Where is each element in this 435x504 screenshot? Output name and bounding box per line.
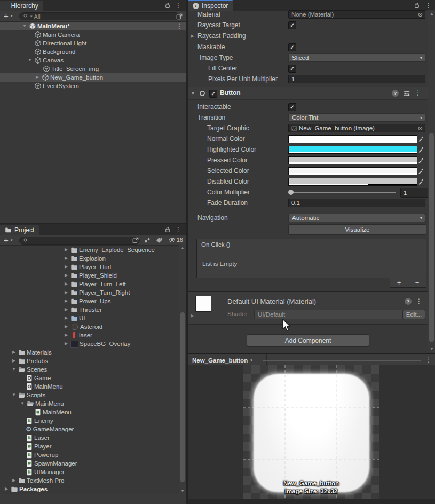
scroll-down-icon[interactable]: ▼ xyxy=(428,346,435,351)
foldout-open-icon[interactable]: ▼ xyxy=(191,91,195,96)
project-row[interactable]: MainMenu xyxy=(0,408,186,416)
hidden-packages-icon[interactable] xyxy=(168,236,176,245)
color-multiplier-slider[interactable] xyxy=(289,192,396,193)
eyedropper-icon[interactable] xyxy=(417,167,425,175)
kebab-menu-icon[interactable]: ⋮ xyxy=(425,357,432,363)
foldout-closed-icon[interactable]: ▶ xyxy=(63,331,69,340)
foldout-closed-icon[interactable]: ▶ xyxy=(11,348,17,357)
pick-window-icon[interactable] xyxy=(175,12,184,21)
material-thumbnail[interactable] xyxy=(195,296,211,312)
project-row[interactable]: ▶Explosion xyxy=(0,254,186,263)
button-component-header[interactable]: ▼ ✓ Button ? ⋮ xyxy=(188,87,428,100)
create-button[interactable]: + xyxy=(4,235,9,245)
kebab-menu-icon[interactable]: ⋮ xyxy=(174,1,183,10)
hierarchy-row[interactable]: Main Camera xyxy=(0,30,186,39)
project-row[interactable]: ▶SpaceBG_Overlay xyxy=(0,340,186,348)
project-row[interactable]: Laser xyxy=(0,434,186,442)
foldout-closed-icon[interactable]: ▶ xyxy=(63,254,69,263)
foldout-closed-icon[interactable]: ▶ xyxy=(63,280,69,288)
scroll-up-icon[interactable]: ▲ xyxy=(428,11,435,16)
eyedropper-icon[interactable] xyxy=(417,177,425,185)
foldout-closed-icon[interactable]: ▶ xyxy=(63,322,69,331)
create-dropdown-icon[interactable]: ▾ xyxy=(11,238,13,242)
foldout-closed-icon[interactable]: ▶ xyxy=(63,305,69,314)
project-row[interactable]: Game xyxy=(0,374,186,382)
foldout-closed-icon[interactable]: ▶ xyxy=(34,73,41,82)
project-row[interactable]: ▶Packages xyxy=(0,485,186,493)
pick-window-icon[interactable] xyxy=(131,236,140,245)
target-graphic-object-field[interactable]: New_Game_button (Image) ⊙ xyxy=(288,124,425,132)
foldout-open-icon[interactable]: ▼ xyxy=(11,391,17,399)
search-by-type-icon[interactable] xyxy=(143,236,152,245)
foldout-closed-icon[interactable]: ▶ xyxy=(63,246,69,254)
foldout-closed-icon[interactable]: ▶ xyxy=(63,288,69,297)
hierarchy-row[interactable]: ▼ Canvas xyxy=(0,56,186,65)
scene-kebab-icon[interactable]: ⋮ xyxy=(176,22,183,30)
hierarchy-row[interactable]: EventSystem xyxy=(0,82,186,90)
on-click-header[interactable]: On Click () xyxy=(197,239,426,250)
project-row[interactable]: ▶Thruster xyxy=(0,305,186,314)
scrollbar-thumb[interactable] xyxy=(429,133,434,342)
foldout-closed-icon[interactable]: ▶ xyxy=(63,271,69,280)
tab-inspector[interactable]: i Inspector xyxy=(188,0,233,11)
project-row[interactable]: ▶laser xyxy=(0,331,186,340)
maskable-checkbox[interactable]: ✓ xyxy=(288,43,296,51)
eyedropper-icon[interactable] xyxy=(417,135,425,143)
hierarchy-search-input[interactable]: ▾ All xyxy=(19,12,179,20)
image-type-dropdown[interactable]: Sliced ▾ xyxy=(288,53,425,62)
add-list-item-button[interactable]: + xyxy=(390,278,408,287)
lock-icon[interactable] xyxy=(163,1,172,10)
transition-dropdown[interactable]: Color Tint ▾ xyxy=(288,113,425,122)
shader-edit-button[interactable]: Edit... xyxy=(402,310,425,319)
lock-icon[interactable] xyxy=(163,225,172,234)
raycast-target-checkbox[interactable]: ✓ xyxy=(288,21,296,29)
foldout-closed-icon[interactable]: ▶ xyxy=(63,297,69,305)
material-object-field[interactable]: None (Material) ⊙ xyxy=(288,10,425,19)
project-row[interactable]: ▶Materials xyxy=(0,348,186,357)
project-row[interactable]: Powerup xyxy=(0,451,186,459)
selected-color-swatch[interactable] xyxy=(288,167,417,175)
project-row[interactable]: ▶Player_Shield xyxy=(0,271,186,280)
lock-icon[interactable] xyxy=(413,1,421,10)
hierarchy-row[interactable]: Directional Light xyxy=(0,39,186,48)
project-row[interactable]: ▶Player_Turn_Right xyxy=(0,288,186,297)
preview-target-dropdown[interactable]: New_Game_button ▾ xyxy=(188,354,267,366)
eyedropper-icon[interactable] xyxy=(417,145,425,153)
project-row[interactable]: Player xyxy=(0,442,186,451)
scrollbar-thumb[interactable] xyxy=(180,312,185,482)
normal-color-swatch[interactable] xyxy=(288,135,417,143)
kebab-menu-icon[interactable]: ⋮ xyxy=(415,90,421,96)
project-row[interactable]: ▶Prefabs xyxy=(0,357,186,365)
search-filter-caret-icon[interactable]: ▾ xyxy=(30,14,33,19)
slider-knob[interactable] xyxy=(288,190,294,195)
hierarchy-row-scene[interactable]: ▼ MainMenu* ⋮ xyxy=(0,22,186,30)
project-row[interactable]: ▶Asteroid xyxy=(0,322,186,331)
project-row[interactable]: MainMenu xyxy=(0,382,186,391)
project-row[interactable]: ▼Scenes xyxy=(0,365,186,374)
visualize-button[interactable]: Visualize xyxy=(288,224,426,235)
project-row[interactable]: ▶Player_Hurt xyxy=(0,263,186,271)
foldout-closed-icon[interactable]: ▶ xyxy=(191,313,194,318)
foldout-closed-icon[interactable]: ▶ xyxy=(3,485,10,493)
foldout-closed-icon[interactable]: ▶ xyxy=(11,357,17,365)
search-by-label-icon[interactable] xyxy=(155,236,163,245)
pressed-color-swatch[interactable] xyxy=(288,156,417,164)
foldout-closed-icon[interactable]: ▶ xyxy=(63,340,69,348)
object-picker-icon[interactable]: ⊙ xyxy=(418,11,423,18)
foldout-closed-icon[interactable]: ▶ xyxy=(63,314,69,322)
project-row[interactable]: ▶TextMesh Pro xyxy=(0,476,186,485)
preview-drag-handle[interactable] xyxy=(263,360,421,361)
project-row[interactable]: ▼MainMenu xyxy=(0,399,186,408)
foldout-open-icon[interactable]: ▼ xyxy=(21,22,28,30)
project-row[interactable]: UIManager xyxy=(0,468,186,476)
project-row[interactable]: ▶UI xyxy=(0,314,186,322)
raycast-padding-row[interactable]: ▶ Raycast Padding xyxy=(188,31,428,41)
preview-drag-handle[interactable] xyxy=(263,359,421,359)
interactable-checkbox[interactable]: ✓ xyxy=(288,103,296,111)
project-row[interactable]: ▶Enemy_Explode_Sequence xyxy=(0,246,186,254)
kebab-menu-icon[interactable]: ⋮ xyxy=(416,298,422,304)
highlighted-color-swatch[interactable] xyxy=(288,146,417,154)
foldout-closed-icon[interactable]: ▶ xyxy=(63,263,69,271)
ppu-multiplier-input[interactable]: 1 xyxy=(288,75,425,83)
project-row[interactable]: ▶Player_Turn_Left xyxy=(0,280,186,288)
